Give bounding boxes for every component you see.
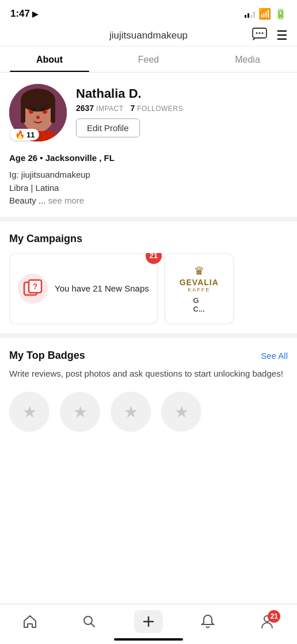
snaps-badge: 21 [146, 253, 162, 264]
badges-title: My Top Badges [9, 350, 85, 362]
nav-add[interactable] [134, 610, 163, 633]
see-more-link[interactable]: see more [45, 195, 84, 205]
bio-text: Ig: jiujitsuandmakeup Libra | Latina Bea… [9, 168, 288, 208]
svg-point-2 [259, 32, 261, 34]
plus-icon [142, 615, 155, 628]
brand-partial-text: GC... [193, 296, 205, 313]
svg-point-1 [256, 32, 258, 34]
badges-header: My Top Badges See All [9, 350, 288, 362]
tab-about[interactable]: About [0, 47, 99, 72]
bio-section: Age 26 • Jacksonville , FL Ig: jiujitsua… [0, 151, 297, 221]
svg-text:?: ? [33, 282, 38, 291]
profile-badge: 21 [268, 610, 280, 623]
snaps-campaign-card[interactable]: 21 ? ? You have 21 New Snaps [9, 253, 158, 324]
gevalia-logo: ♛ GEVALIA KAFFE [180, 264, 219, 293]
bio-line2: Libra | Latina [9, 183, 59, 193]
badges-row: ★ ★ ★ ★ [9, 392, 288, 432]
search-icon [82, 615, 96, 628]
bio-line3: Beauty ... [9, 195, 45, 205]
nav-home[interactable] [16, 609, 44, 634]
profile-name: Nathalia D. [76, 86, 288, 101]
time-display: 1:47 [10, 8, 30, 20]
bio-location: Age 26 • Jacksonville , FL [9, 153, 288, 163]
fire-badge: 🔥 11 [10, 129, 39, 140]
campaigns-title: My Campaigns [9, 233, 288, 245]
bell-icon [201, 614, 215, 629]
tab-media[interactable]: Media [198, 47, 297, 72]
home-icon [22, 615, 37, 628]
chat-icon[interactable] [252, 28, 267, 44]
snap-icon-wrapper: ? ? [18, 274, 48, 304]
menu-icon[interactable]: ☰ [276, 28, 288, 43]
fire-icon: 🔥 [15, 130, 25, 139]
svg-rect-7 [21, 100, 25, 123]
snaps-text: You have 21 New Snaps [55, 283, 149, 293]
badge-star-icon: ★ [174, 402, 189, 421]
badge-item: ★ [111, 392, 151, 432]
svg-point-6 [21, 89, 55, 112]
badges-description: Write reviews, post photos and ask quest… [9, 367, 288, 381]
status-icons: 📶 🔋 [245, 7, 287, 20]
badge-star-icon: ★ [73, 402, 87, 421]
battery-icon: 🔋 [275, 8, 287, 20]
profile-info: Nathalia D. 2637 IMPACT 7 FOLLOWERS Edit… [76, 84, 288, 137]
gevalia-crown-icon: ♛ [194, 264, 204, 278]
profile-stats: 2637 IMPACT 7 FOLLOWERS [76, 103, 288, 113]
badge-item: ★ [9, 392, 50, 432]
edit-profile-button[interactable]: Edit Profile [76, 118, 140, 137]
home-indicator [114, 638, 183, 641]
snap-icon: ? ? [23, 279, 43, 298]
nav-notifications[interactable] [193, 609, 222, 634]
tab-feed[interactable]: Feed [99, 47, 198, 72]
svg-point-13 [40, 108, 45, 111]
badge-star-icon: ★ [22, 402, 37, 421]
gevalia-sub-name: KAFFE [188, 287, 210, 293]
wifi-icon: 📶 [258, 7, 271, 20]
brand-campaign-card[interactable]: ♛ GEVALIA KAFFE GC... [165, 253, 234, 324]
badge-item: ★ [161, 392, 201, 432]
bio-line1: Ig: jiujitsuandmakeup [9, 170, 90, 179]
nav-profile[interactable]: 21 [253, 609, 281, 634]
app-header: jiujitsuandmakeup ☰ [0, 25, 297, 47]
badge-star-icon: ★ [124, 402, 138, 421]
profile-section: 🔥 11 Nathalia D. 2637 IMPACT 7 FOLLOWERS… [0, 72, 297, 151]
header-username: jiujitsuandmakeup [109, 30, 188, 41]
campaigns-scroll: 21 ? ? You have 21 New Snaps ♛ GEVALIA K… [9, 253, 288, 324]
status-time: 1:47 ▶ [10, 8, 38, 20]
gevalia-brand-name: GEVALIA [180, 278, 219, 287]
campaigns-section: My Campaigns 21 ? ? You have 21 New Snap… [0, 221, 297, 334]
see-all-badges-link[interactable]: See All [261, 351, 288, 361]
avatar-wrapper: 🔥 11 [9, 84, 67, 141]
badges-section: My Top Badges See All Write reviews, pos… [0, 334, 297, 442]
header-actions: ☰ [252, 28, 288, 44]
status-bar: 1:47 ▶ 📶 🔋 [0, 0, 297, 25]
svg-point-11 [36, 116, 40, 119]
svg-rect-8 [51, 100, 55, 123]
tab-bar: About Feed Media [0, 47, 297, 72]
svg-point-12 [31, 108, 36, 111]
svg-point-3 [262, 32, 264, 34]
fire-count: 11 [26, 131, 35, 139]
badge-item: ★ [60, 392, 100, 432]
signal-icon [245, 10, 255, 18]
location-arrow-icon: ▶ [32, 10, 38, 18]
nav-search[interactable] [75, 609, 104, 634]
